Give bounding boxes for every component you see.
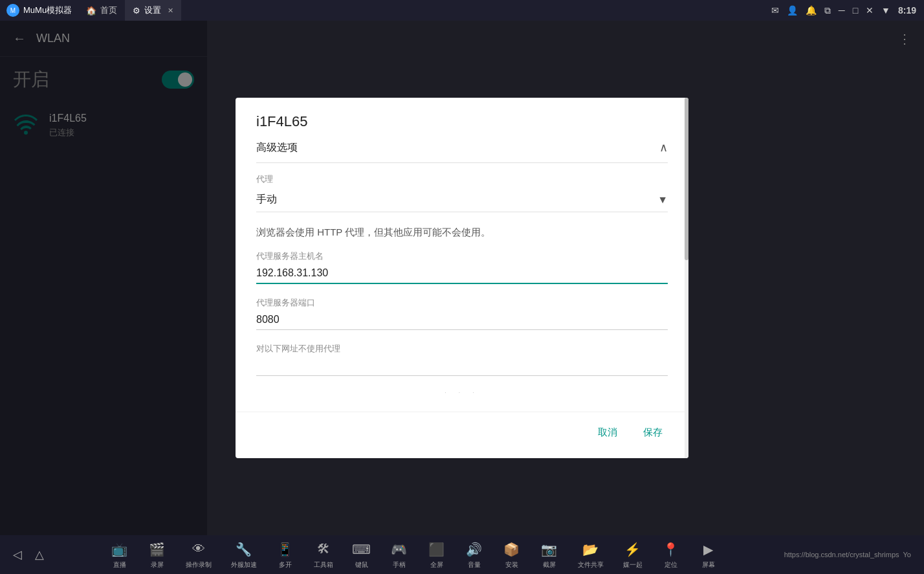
- ops-icon: 👁: [190, 540, 208, 558]
- wifi-settings-dialog: i1F4L65 高级选项 ∧ 代理 手动 ▼ 浏: [236, 98, 688, 458]
- proxy-info-text: 浏览器会使用 HTTP 代理，但其他应用可能不会使用。: [256, 225, 668, 240]
- tab-settings-label: 设置: [144, 5, 161, 16]
- app-logo: M MuMu模拟器: [0, 4, 78, 17]
- title-bar: M MuMu模拟器 🏠 首页 ⚙ 设置 ✕ ✉ 👤 🔔 ⧉ ─ □ ✕ ▼ 8:…: [0, 0, 924, 21]
- tab-home[interactable]: 🏠 首页: [78, 0, 125, 21]
- taskbar-right: https://blog.csdn.net/crystal_shrimps Yo: [784, 551, 911, 558]
- taskbar-app-media[interactable]: ⚡ 媒一起: [623, 540, 643, 569]
- taskbar-app-location[interactable]: 📍 定位: [662, 540, 680, 569]
- url-display: https://blog.csdn.net/crystal_shrimps: [784, 551, 899, 558]
- advanced-section: 高级选项 ∧: [256, 140, 668, 163]
- proxy-section: 代理 手动 ▼: [256, 173, 668, 212]
- record-icon: 🎬: [148, 540, 166, 558]
- screenshot-icon: 📷: [540, 540, 558, 558]
- window-icon[interactable]: ⧉: [824, 5, 831, 16]
- bypass-field-group: 对以下网址不使用代理: [256, 343, 668, 376]
- host-label: 代理服务器主机名: [256, 250, 668, 262]
- save-button[interactable]: 保存: [633, 420, 673, 445]
- taskbar-app-volume[interactable]: 🔊 音量: [465, 540, 483, 569]
- taskbar-app-screenshot[interactable]: 📷 截屏: [540, 540, 558, 569]
- vpn-icon: 🔧: [235, 540, 253, 558]
- fullscreen-icon: ⬛: [428, 540, 446, 558]
- volume-label: 音量: [468, 560, 481, 569]
- minimize-icon[interactable]: ─: [839, 5, 845, 16]
- bottom-text: Yo: [903, 551, 911, 558]
- advanced-header[interactable]: 高级选项 ∧: [256, 140, 668, 155]
- media-label: 媒一起: [623, 560, 643, 569]
- multi-label: 多开: [279, 560, 292, 569]
- taskbar-app-fileshare[interactable]: 📂 文件共享: [578, 540, 604, 569]
- location-icon: 📍: [662, 540, 680, 558]
- taskbar-nav: ◁ △: [13, 547, 44, 562]
- close-window-icon[interactable]: ✕: [866, 5, 874, 16]
- media-icon: ⚡: [624, 540, 642, 558]
- taskbar-app-live[interactable]: 📺 直播: [111, 540, 129, 569]
- tab-home-label: 首页: [100, 5, 117, 16]
- settings-icon: ⚙: [133, 6, 140, 16]
- proxy-dropdown[interactable]: 手动 ▼: [256, 188, 668, 212]
- volume-icon: 🔊: [465, 540, 483, 558]
- live-label: 直播: [113, 560, 126, 569]
- logo-icon: M: [6, 4, 19, 17]
- ops-label: 操作录制: [186, 560, 212, 569]
- port-input[interactable]: [256, 311, 668, 330]
- screen-icon: ▶: [699, 540, 718, 558]
- taskbar-app-fullscreen[interactable]: ⬛ 全屏: [428, 540, 446, 569]
- scrollbar-thumb[interactable]: [685, 98, 688, 259]
- cancel-button[interactable]: 取消: [588, 420, 628, 445]
- keyboard-icon: ⌨: [353, 540, 371, 558]
- taskbar-app-install[interactable]: 📦 安装: [503, 540, 521, 569]
- main-area: ← WLAN 开启 i1F4L65 已连接 ⋮: [0, 21, 924, 535]
- taskbar-app-keyboard[interactable]: ⌨ 键鼠: [353, 540, 371, 569]
- home-icon: 🏠: [86, 6, 96, 16]
- dialog-overlay: i1F4L65 高级选项 ∧ 代理 手动 ▼ 浏: [0, 21, 924, 535]
- screen-label: 屏幕: [702, 560, 715, 569]
- taskbar-apps: 📺 直播 🎬 录屏 👁 操作录制 🔧 外服加速 📱 多开 🛠 工具箱 ⌨ 键鼠: [44, 540, 784, 569]
- keyboard-label: 键鼠: [355, 560, 368, 569]
- taskbar-app-gamepad[interactable]: 🎮 手柄: [390, 540, 408, 569]
- live-icon: 📺: [111, 540, 129, 558]
- title-bar-right: ✉ 👤 🔔 ⧉ ─ □ ✕ ▼ 8:19: [771, 5, 924, 16]
- gamepad-icon: 🎮: [390, 540, 408, 558]
- tools-label: 工具箱: [314, 560, 333, 569]
- bypass-label: 对以下网址不使用代理: [256, 343, 668, 355]
- gamepad-label: 手柄: [393, 560, 406, 569]
- taskbar-app-tools[interactable]: 🛠 工具箱: [314, 540, 333, 569]
- app-name: MuMu模拟器: [23, 5, 72, 16]
- tools-icon: 🛠: [314, 540, 333, 558]
- taskbar-app-ops[interactable]: 👁 操作录制: [186, 540, 212, 569]
- tab-settings[interactable]: ⚙ 设置 ✕: [125, 0, 181, 21]
- taskbar-app-vpn[interactable]: 🔧 外服加速: [231, 540, 257, 569]
- notification-icon[interactable]: 🔔: [806, 5, 817, 16]
- proxy-value: 手动: [256, 193, 277, 206]
- maximize-icon[interactable]: □: [853, 5, 858, 16]
- install-label: 安装: [505, 560, 518, 569]
- nav-back-button[interactable]: ◁: [13, 547, 22, 562]
- advanced-label: 高级选项: [256, 141, 298, 155]
- taskbar-app-screen[interactable]: ▶ 屏幕: [699, 540, 718, 569]
- taskbar-app-record[interactable]: 🎬 录屏: [148, 540, 166, 569]
- mail-icon[interactable]: ✉: [771, 5, 779, 16]
- collapse-icon: ∧: [659, 140, 668, 155]
- scroll-dots: · · ·: [256, 389, 668, 396]
- fullscreen-label: 全屏: [430, 560, 443, 569]
- dialog-body: i1F4L65 高级选项 ∧ 代理 手动 ▼ 浏: [236, 98, 688, 412]
- close-tab-button[interactable]: ✕: [168, 6, 173, 15]
- screenshot-label: 截屏: [543, 560, 556, 569]
- wifi-status-icon: ▼: [881, 5, 890, 16]
- taskbar: ◁ △ 📺 直播 🎬 录屏 👁 操作录制 🔧 外服加速 📱 多开 🛠 工具箱 ⌨: [0, 535, 924, 574]
- dropdown-arrow-icon: ▼: [657, 194, 668, 206]
- bypass-input[interactable]: [256, 357, 668, 376]
- install-icon: 📦: [503, 540, 521, 558]
- port-label: 代理服务器端口: [256, 297, 668, 309]
- vpn-label: 外服加速: [231, 560, 257, 569]
- host-input[interactable]: [256, 265, 668, 284]
- taskbar-app-multi[interactable]: 📱 多开: [276, 540, 294, 569]
- record-label: 录屏: [151, 560, 164, 569]
- fileshare-label: 文件共享: [578, 560, 604, 569]
- nav-home-button[interactable]: △: [35, 547, 44, 562]
- user-icon[interactable]: 👤: [787, 5, 798, 16]
- location-label: 定位: [665, 560, 677, 569]
- scrollbar-track[interactable]: [685, 98, 688, 458]
- clock: 8:19: [898, 5, 916, 16]
